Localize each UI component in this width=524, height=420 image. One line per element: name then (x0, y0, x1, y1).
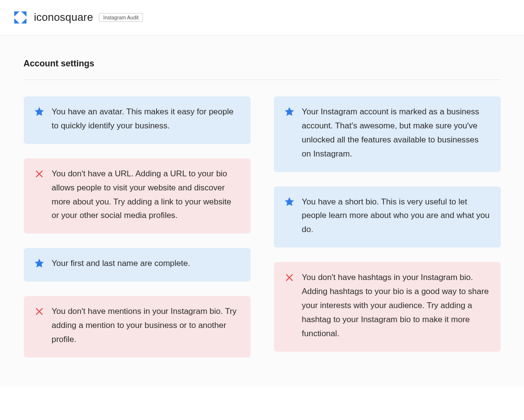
cross-icon (33, 168, 45, 180)
app-header: iconosquare Instagram Audit (0, 0, 524, 35)
audit-card-text: You don't have a URL. Adding a URL to yo… (52, 167, 240, 223)
audit-card-text: You have an avatar. This makes it easy f… (52, 105, 240, 133)
cross-icon (33, 306, 45, 317)
audit-card-text: You don't have hashtags in your Instagra… (302, 271, 490, 341)
audit-card-text: Your Instagram account is marked as a bu… (302, 105, 490, 161)
section-title: Account settings (24, 59, 501, 80)
right-column: Your Instagram account is marked as a bu… (274, 96, 501, 352)
audit-card: You don't have mentions in your Instagra… (24, 296, 251, 358)
audit-card: You have an avatar. This makes it easy f… (24, 96, 251, 144)
cross-icon (284, 272, 295, 283)
star-icon (33, 106, 45, 118)
audit-card: You don't have hashtags in your Instagra… (274, 262, 501, 351)
audit-card: You don't have a URL. Adding a URL to yo… (24, 158, 251, 234)
left-column: You have an avatar. This makes it easy f… (24, 96, 251, 358)
star-icon (284, 196, 295, 208)
brand-logo[interactable]: iconosquare (12, 9, 93, 26)
page-body: Account settings You have an avatar. Thi… (0, 35, 524, 387)
star-icon (284, 106, 295, 118)
audit-card: Your first and last name are complete. (24, 248, 251, 281)
logo-icon (12, 9, 29, 26)
audit-grid: You have an avatar. This makes it easy f… (24, 96, 501, 358)
audit-card-text: You have a short bio. This is very usefu… (302, 195, 490, 237)
audit-card-text: Your first and last name are complete. (52, 257, 191, 271)
audit-card-text: You don't have mentions in your Instagra… (52, 305, 240, 347)
audit-card: You have a short bio. This is very usefu… (274, 187, 501, 248)
audit-card: Your Instagram account is marked as a bu… (274, 96, 501, 172)
brand-name: iconosquare (34, 11, 93, 24)
product-badge: Instagram Audit (99, 13, 143, 22)
star-icon (33, 258, 45, 269)
